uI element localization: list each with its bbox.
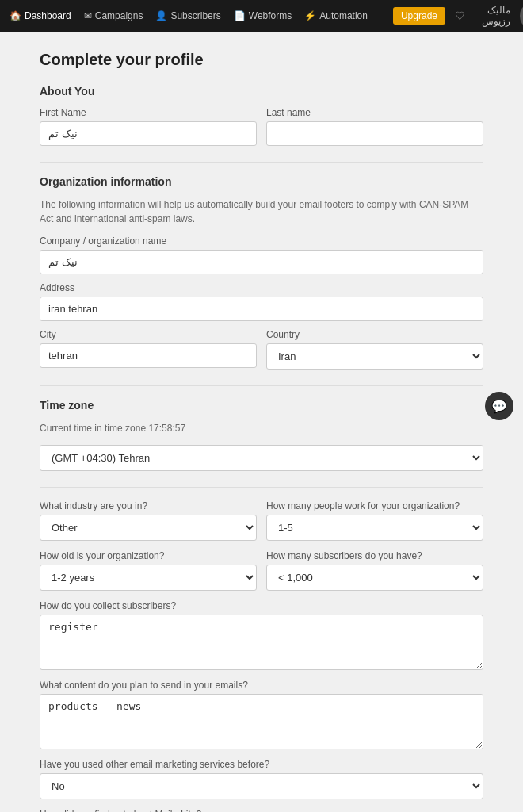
org-age-group: How old is your organization? 1-2 years …: [40, 550, 257, 591]
first-name-label: First Name: [40, 107, 257, 118]
nav-campaigns[interactable]: ✉ Campaigns: [84, 10, 143, 21]
city-label: City: [40, 329, 257, 340]
last-name-label: Last name: [266, 107, 483, 118]
chat-bubble[interactable]: 💬: [485, 392, 513, 420]
timezone-select[interactable]: (GMT +04:30) Tehran (GMT +00:00) UTC (GM…: [40, 445, 483, 471]
nav-dashboard[interactable]: 🏠 Dashboard: [10, 10, 71, 21]
org-title: Organization information: [40, 175, 483, 188]
email-content-group: What content do you plan to send in your…: [40, 680, 483, 749]
about-you-title: About You: [40, 85, 483, 98]
address-input[interactable]: [40, 297, 483, 321]
country-select[interactable]: Iran United States United Kingdom German…: [266, 343, 483, 370]
age-subs-row: How old is your organization? 1-2 years …: [40, 550, 483, 591]
chat-icon: 💬: [491, 399, 507, 414]
nav-subscribers[interactable]: 👤 Subscribers: [155, 10, 220, 21]
dashboard-icon: 🏠: [10, 10, 21, 21]
find-out-group: How did you find out about MailerLite? G…: [40, 809, 483, 812]
email-content-label: What content do you plan to send in your…: [40, 680, 483, 691]
org-age-select[interactable]: 1-2 years Less than 1 year 2-5 years 5-1…: [40, 565, 257, 591]
first-name-input[interactable]: [40, 121, 257, 146]
last-name-group: Last name: [266, 107, 483, 146]
company-group: Company / organization name: [40, 236, 483, 274]
about-you-section: About You First Name Last name: [40, 85, 483, 146]
collect-textarea[interactable]: register: [40, 615, 483, 670]
industry-group: What industry are you in? Other Technolo…: [40, 500, 257, 541]
subs-count-select[interactable]: < 1,000 1,000 - 5,000 5,000 - 10,000 10,…: [266, 565, 483, 591]
industry-people-row: What industry are you in? Other Technolo…: [40, 500, 483, 541]
timezone-desc: Current time in time zone 17:58:57: [40, 421, 483, 435]
upgrade-button[interactable]: Upgrade: [393, 7, 445, 25]
automation-icon: ⚡: [304, 10, 316, 21]
first-name-group: First Name: [40, 107, 257, 146]
last-name-input[interactable]: [266, 121, 483, 146]
industry-select[interactable]: Other Technology Education Retail Health…: [40, 515, 257, 541]
other-services-group: Have you used other email marketing serv…: [40, 759, 483, 799]
campaigns-icon: ✉: [84, 10, 92, 21]
city-group: City: [40, 329, 257, 370]
collect-group: How do you collect subscribers? register: [40, 600, 483, 670]
org-desc: The following information will help us a…: [40, 197, 483, 226]
country-group: Country Iran United States United Kingdo…: [266, 329, 483, 370]
timezone-title: Time zone: [40, 399, 483, 412]
heart-icon[interactable]: ♡: [455, 10, 465, 22]
other-services-select[interactable]: No Yes: [40, 773, 483, 799]
avatar[interactable]: م: [520, 6, 523, 26]
timezone-section: Time zone Current time in time zone 17:5…: [40, 399, 483, 471]
nav-right: Upgrade ♡ مالیک رزیوس م: [393, 5, 523, 27]
other-services-label: Have you used other email marketing serv…: [40, 759, 483, 770]
address-label: Address: [40, 282, 483, 293]
people-group: How many people work for your organizati…: [266, 500, 483, 541]
navbar: 🏠 Dashboard ✉ Campaigns 👤 Subscribers 📄 …: [0, 0, 523, 32]
country-label: Country: [266, 329, 483, 340]
org-section: Organization information The following i…: [40, 175, 483, 370]
nav-webforms[interactable]: 📄 Webforms: [234, 10, 292, 21]
page-container: Complete your profile About You First Na…: [24, 32, 499, 812]
subs-count-label: How many subscribers do you have?: [266, 550, 483, 561]
nav-automation[interactable]: ⚡ Automation: [304, 10, 368, 21]
subs-count-group: How many subscribers do you have? < 1,00…: [266, 550, 483, 591]
company-input[interactable]: [40, 250, 483, 274]
org-age-label: How old is your organization?: [40, 550, 257, 561]
company-label: Company / organization name: [40, 236, 483, 247]
email-content-textarea[interactable]: products - news: [40, 694, 483, 749]
people-select[interactable]: 1-5 6-10 11-50 51-200 201-500 500+: [266, 515, 483, 541]
collect-label: How do you collect subscribers?: [40, 600, 483, 611]
user-name: مالیک رزیوس: [475, 5, 510, 27]
subscribers-icon: 👤: [155, 10, 167, 21]
industry-label: What industry are you in?: [40, 500, 257, 511]
people-label: How many people work for your organizati…: [266, 500, 483, 511]
find-out-label: How did you find out about MailerLite?: [40, 809, 483, 812]
webforms-icon: 📄: [234, 10, 246, 21]
city-country-row: City Country Iran United States United K…: [40, 329, 483, 370]
name-row: First Name Last name: [40, 107, 483, 146]
address-group: Address: [40, 282, 483, 321]
city-input[interactable]: [40, 343, 257, 368]
timezone-group: (GMT +04:30) Tehran (GMT +00:00) UTC (GM…: [40, 445, 483, 471]
page-title: Complete your profile: [40, 51, 483, 69]
